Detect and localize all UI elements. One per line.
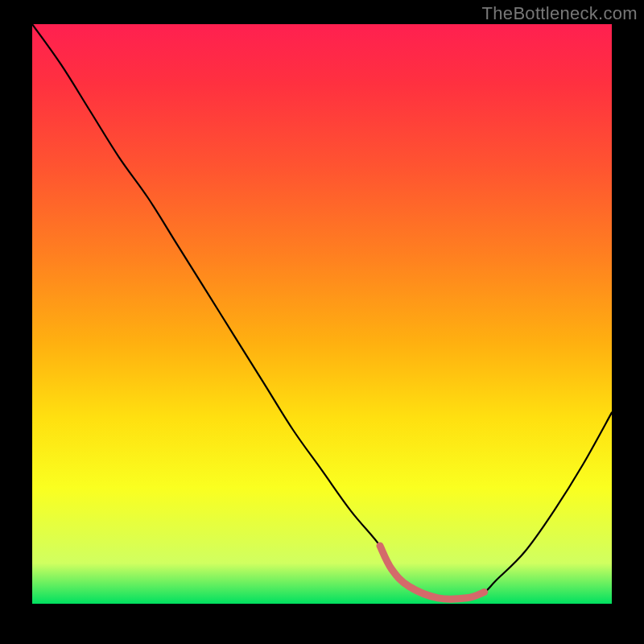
plot-area [32,24,612,604]
attribution-label: TheBottleneck.com [482,3,638,24]
chart-frame: TheBottleneck.com [0,0,644,644]
gradient-background [32,24,612,604]
chart-svg [32,24,612,604]
